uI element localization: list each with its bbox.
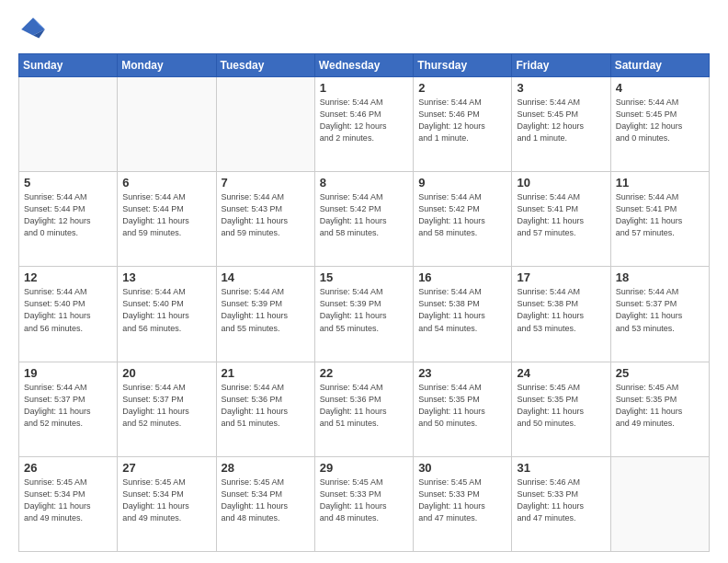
day-info: Sunrise: 5:44 AM Sunset: 5:37 PM Dayligh… — [24, 382, 112, 430]
calendar-cell — [118, 77, 216, 172]
calendar-cell: 26Sunrise: 5:45 AM Sunset: 5:34 PM Dayli… — [19, 456, 118, 551]
calendar-header-thursday: Thursday — [414, 54, 512, 77]
calendar-week-row: 19Sunrise: 5:44 AM Sunset: 5:37 PM Dayli… — [19, 362, 710, 456]
day-number: 23 — [418, 366, 506, 380]
day-info: Sunrise: 5:44 AM Sunset: 5:46 PM Dayligh… — [320, 97, 408, 144]
day-number: 5 — [24, 176, 112, 190]
calendar-week-row: 1Sunrise: 5:44 AM Sunset: 5:46 PM Daylig… — [19, 77, 710, 172]
day-info: Sunrise: 5:45 AM Sunset: 5:34 PM Dayligh… — [122, 477, 210, 524]
day-number: 13 — [122, 270, 210, 284]
day-info: Sunrise: 5:44 AM Sunset: 5:44 PM Dayligh… — [122, 191, 210, 239]
day-info: Sunrise: 5:45 AM Sunset: 5:34 PM Dayligh… — [24, 477, 112, 524]
day-info: Sunrise: 5:44 AM Sunset: 5:45 PM Dayligh… — [616, 97, 704, 144]
day-info: Sunrise: 5:44 AM Sunset: 5:42 PM Dayligh… — [418, 191, 506, 239]
calendar-cell: 27Sunrise: 5:45 AM Sunset: 5:34 PM Dayli… — [118, 456, 216, 551]
day-number: 2 — [418, 81, 506, 95]
calendar-header-sunday: Sunday — [19, 54, 118, 77]
calendar-week-row: 26Sunrise: 5:45 AM Sunset: 5:34 PM Dayli… — [19, 456, 710, 551]
day-number: 27 — [122, 461, 210, 475]
calendar-cell: 14Sunrise: 5:44 AM Sunset: 5:39 PM Dayli… — [216, 267, 314, 362]
calendar-header-wednesday: Wednesday — [314, 54, 413, 77]
calendar-cell: 19Sunrise: 5:44 AM Sunset: 5:37 PM Dayli… — [19, 362, 118, 456]
calendar-header-monday: Monday — [118, 54, 216, 77]
calendar-cell: 21Sunrise: 5:44 AM Sunset: 5:36 PM Dayli… — [216, 362, 314, 456]
header — [18, 15, 710, 44]
day-number: 7 — [222, 176, 310, 190]
calendar-cell: 16Sunrise: 5:44 AM Sunset: 5:38 PM Dayli… — [414, 267, 512, 362]
calendar-cell: 13Sunrise: 5:44 AM Sunset: 5:40 PM Dayli… — [118, 267, 216, 362]
logo — [18, 15, 51, 44]
day-info: Sunrise: 5:45 AM Sunset: 5:33 PM Dayligh… — [418, 477, 506, 524]
calendar-cell: 30Sunrise: 5:45 AM Sunset: 5:33 PM Dayli… — [414, 456, 512, 551]
day-info: Sunrise: 5:44 AM Sunset: 5:39 PM Dayligh… — [320, 286, 408, 334]
day-number: 10 — [517, 176, 605, 190]
calendar-cell: 11Sunrise: 5:44 AM Sunset: 5:41 PM Dayli… — [610, 172, 709, 267]
day-number: 28 — [222, 461, 310, 475]
day-number: 4 — [616, 81, 704, 95]
calendar-week-row: 5Sunrise: 5:44 AM Sunset: 5:44 PM Daylig… — [19, 172, 710, 267]
day-number: 17 — [517, 270, 605, 284]
calendar-header-friday: Friday — [512, 54, 610, 77]
day-number: 21 — [222, 366, 310, 380]
calendar-cell: 5Sunrise: 5:44 AM Sunset: 5:44 PM Daylig… — [19, 172, 118, 267]
day-number: 16 — [418, 270, 506, 284]
day-info: Sunrise: 5:44 AM Sunset: 5:36 PM Dayligh… — [222, 382, 310, 430]
day-number: 12 — [24, 270, 112, 284]
calendar-cell: 6Sunrise: 5:44 AM Sunset: 5:44 PM Daylig… — [118, 172, 216, 267]
page: SundayMondayTuesdayWednesdayThursdayFrid… — [0, 0, 728, 563]
day-info: Sunrise: 5:44 AM Sunset: 5:35 PM Dayligh… — [418, 382, 506, 430]
day-info: Sunrise: 5:44 AM Sunset: 5:38 PM Dayligh… — [418, 286, 506, 334]
calendar-cell: 29Sunrise: 5:45 AM Sunset: 5:33 PM Dayli… — [314, 456, 413, 551]
day-number: 24 — [517, 366, 605, 380]
day-info: Sunrise: 5:44 AM Sunset: 5:44 PM Dayligh… — [24, 191, 112, 239]
calendar-cell: 15Sunrise: 5:44 AM Sunset: 5:39 PM Dayli… — [314, 267, 413, 362]
calendar-cell: 3Sunrise: 5:44 AM Sunset: 5:45 PM Daylig… — [512, 77, 610, 172]
calendar-cell — [216, 77, 314, 172]
day-info: Sunrise: 5:44 AM Sunset: 5:37 PM Dayligh… — [616, 286, 704, 334]
day-number: 31 — [517, 461, 605, 475]
calendar-cell: 20Sunrise: 5:44 AM Sunset: 5:37 PM Dayli… — [118, 362, 216, 456]
day-number: 3 — [517, 81, 605, 95]
day-number: 19 — [24, 366, 112, 380]
day-number: 29 — [320, 461, 408, 475]
day-info: Sunrise: 5:44 AM Sunset: 5:39 PM Dayligh… — [222, 286, 310, 334]
calendar-cell — [610, 456, 709, 551]
day-info: Sunrise: 5:44 AM Sunset: 5:41 PM Dayligh… — [616, 191, 704, 239]
day-number: 6 — [122, 176, 210, 190]
calendar-cell: 24Sunrise: 5:45 AM Sunset: 5:35 PM Dayli… — [512, 362, 610, 456]
day-info: Sunrise: 5:45 AM Sunset: 5:33 PM Dayligh… — [320, 477, 408, 524]
day-info: Sunrise: 5:44 AM Sunset: 5:43 PM Dayligh… — [222, 191, 310, 239]
calendar-cell: 17Sunrise: 5:44 AM Sunset: 5:38 PM Dayli… — [512, 267, 610, 362]
calendar-cell: 31Sunrise: 5:46 AM Sunset: 5:33 PM Dayli… — [512, 456, 610, 551]
day-info: Sunrise: 5:45 AM Sunset: 5:35 PM Dayligh… — [616, 382, 704, 430]
day-number: 26 — [24, 461, 112, 475]
day-number: 9 — [418, 176, 506, 190]
calendar-cell: 1Sunrise: 5:44 AM Sunset: 5:46 PM Daylig… — [314, 77, 413, 172]
calendar-cell: 23Sunrise: 5:44 AM Sunset: 5:35 PM Dayli… — [414, 362, 512, 456]
day-info: Sunrise: 5:45 AM Sunset: 5:34 PM Dayligh… — [222, 477, 310, 524]
calendar-table: SundayMondayTuesdayWednesdayThursdayFrid… — [18, 53, 710, 552]
day-info: Sunrise: 5:44 AM Sunset: 5:38 PM Dayligh… — [517, 286, 605, 334]
day-number: 8 — [320, 176, 408, 190]
calendar-cell — [19, 77, 118, 172]
day-info: Sunrise: 5:46 AM Sunset: 5:33 PM Dayligh… — [517, 477, 605, 524]
calendar-cell: 10Sunrise: 5:44 AM Sunset: 5:41 PM Dayli… — [512, 172, 610, 267]
day-info: Sunrise: 5:44 AM Sunset: 5:36 PM Dayligh… — [320, 382, 408, 430]
calendar-header-saturday: Saturday — [610, 54, 709, 77]
calendar-cell: 22Sunrise: 5:44 AM Sunset: 5:36 PM Dayli… — [314, 362, 413, 456]
day-info: Sunrise: 5:44 AM Sunset: 5:45 PM Dayligh… — [517, 97, 605, 144]
day-info: Sunrise: 5:44 AM Sunset: 5:40 PM Dayligh… — [24, 286, 112, 334]
calendar-cell: 4Sunrise: 5:44 AM Sunset: 5:45 PM Daylig… — [610, 77, 709, 172]
day-number: 11 — [616, 176, 704, 190]
calendar-week-row: 12Sunrise: 5:44 AM Sunset: 5:40 PM Dayli… — [19, 267, 710, 362]
calendar-cell: 7Sunrise: 5:44 AM Sunset: 5:43 PM Daylig… — [216, 172, 314, 267]
calendar-header-row: SundayMondayTuesdayWednesdayThursdayFrid… — [19, 54, 710, 77]
day-info: Sunrise: 5:44 AM Sunset: 5:46 PM Dayligh… — [418, 97, 506, 144]
calendar-cell: 8Sunrise: 5:44 AM Sunset: 5:42 PM Daylig… — [314, 172, 413, 267]
day-info: Sunrise: 5:44 AM Sunset: 5:37 PM Dayligh… — [122, 382, 210, 430]
day-number: 15 — [320, 270, 408, 284]
day-number: 14 — [222, 270, 310, 284]
day-number: 1 — [320, 81, 408, 95]
calendar-header-tuesday: Tuesday — [216, 54, 314, 77]
calendar-cell: 18Sunrise: 5:44 AM Sunset: 5:37 PM Dayli… — [610, 267, 709, 362]
